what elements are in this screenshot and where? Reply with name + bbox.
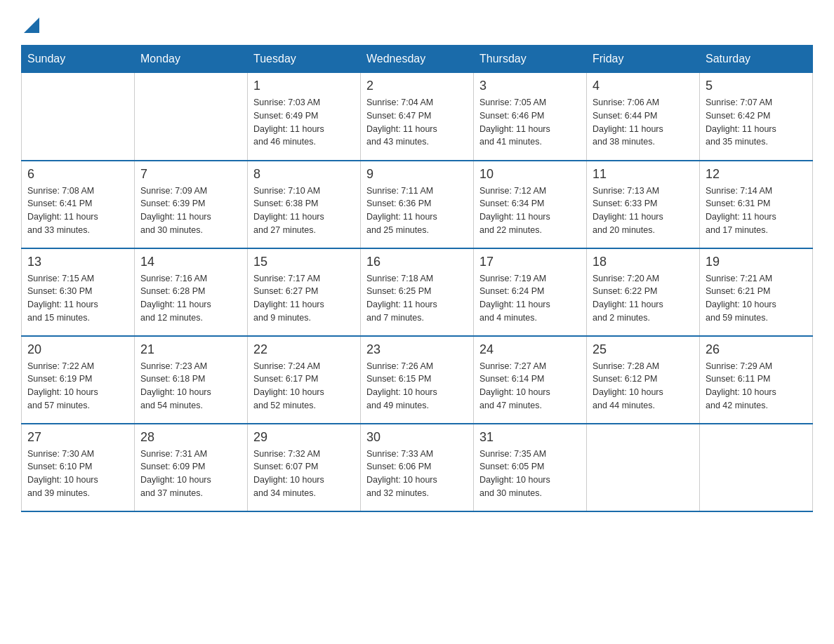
day-info: Sunrise: 7:35 AM Sunset: 6:05 PM Dayligh…	[479, 448, 581, 500]
calendar-cell: 26Sunrise: 7:29 AM Sunset: 6:11 PM Dayli…	[700, 336, 813, 424]
day-number: 26	[706, 342, 807, 357]
day-info: Sunrise: 7:08 AM Sunset: 6:41 PM Dayligh…	[27, 185, 128, 237]
day-number: 18	[593, 255, 694, 269]
day-info: Sunrise: 7:29 AM Sunset: 6:11 PM Dayligh…	[706, 360, 807, 412]
calendar-body: 1Sunrise: 7:03 AM Sunset: 6:49 PM Daylig…	[22, 73, 813, 511]
calendar-cell	[22, 73, 135, 161]
day-info: Sunrise: 7:11 AM Sunset: 6:36 PM Dayligh…	[366, 185, 468, 237]
calendar-cell: 3Sunrise: 7:05 AM Sunset: 6:46 PM Daylig…	[474, 73, 587, 161]
day-info: Sunrise: 7:09 AM Sunset: 6:39 PM Dayligh…	[140, 185, 241, 237]
calendar-cell: 20Sunrise: 7:22 AM Sunset: 6:19 PM Dayli…	[22, 336, 135, 424]
day-info: Sunrise: 7:27 AM Sunset: 6:14 PM Dayligh…	[479, 360, 581, 412]
day-number: 22	[253, 342, 355, 357]
day-number: 12	[706, 167, 807, 182]
day-number: 16	[366, 255, 468, 269]
calendar-cell: 2Sunrise: 7:04 AM Sunset: 6:47 PM Daylig…	[361, 73, 474, 161]
day-number: 1	[253, 79, 355, 93]
calendar-cell: 10Sunrise: 7:12 AM Sunset: 6:34 PM Dayli…	[474, 161, 587, 248]
day-number: 2	[366, 79, 468, 93]
calendar-cell: 12Sunrise: 7:14 AM Sunset: 6:31 PM Dayli…	[700, 161, 813, 248]
day-number: 24	[479, 342, 581, 357]
day-number: 4	[593, 79, 694, 93]
calendar-cell: 1Sunrise: 7:03 AM Sunset: 6:49 PM Daylig…	[248, 73, 361, 161]
calendar-cell: 22Sunrise: 7:24 AM Sunset: 6:17 PM Dayli…	[248, 336, 361, 424]
calendar-cell: 27Sunrise: 7:30 AM Sunset: 6:10 PM Dayli…	[22, 424, 135, 511]
day-info: Sunrise: 7:17 AM Sunset: 6:27 PM Dayligh…	[253, 272, 355, 325]
weekday-header-tuesday: Tuesday	[248, 46, 361, 73]
calendar-cell: 6Sunrise: 7:08 AM Sunset: 6:41 PM Daylig…	[22, 161, 135, 248]
day-number: 31	[479, 430, 581, 445]
calendar-week-row: 6Sunrise: 7:08 AM Sunset: 6:41 PM Daylig…	[22, 161, 813, 248]
calendar-cell: 13Sunrise: 7:15 AM Sunset: 6:30 PM Dayli…	[22, 248, 135, 336]
day-info: Sunrise: 7:16 AM Sunset: 6:28 PM Dayligh…	[140, 272, 241, 325]
day-info: Sunrise: 7:30 AM Sunset: 6:10 PM Dayligh…	[27, 448, 128, 500]
day-number: 10	[479, 167, 581, 182]
calendar-cell: 23Sunrise: 7:26 AM Sunset: 6:15 PM Dayli…	[361, 336, 474, 424]
calendar-cell: 29Sunrise: 7:32 AM Sunset: 6:07 PM Dayli…	[248, 424, 361, 511]
calendar-table: SundayMondayTuesdayWednesdayThursdayFrid…	[21, 45, 813, 512]
calendar-cell: 30Sunrise: 7:33 AM Sunset: 6:06 PM Dayli…	[361, 424, 474, 511]
calendar-cell: 17Sunrise: 7:19 AM Sunset: 6:24 PM Dayli…	[474, 248, 587, 336]
day-number: 23	[366, 342, 468, 357]
page-header	[21, 14, 813, 38]
day-number: 29	[253, 430, 355, 445]
calendar-cell: 25Sunrise: 7:28 AM Sunset: 6:12 PM Dayli…	[587, 336, 700, 424]
day-info: Sunrise: 7:31 AM Sunset: 6:09 PM Dayligh…	[140, 448, 241, 500]
day-number: 14	[140, 255, 241, 269]
day-info: Sunrise: 7:23 AM Sunset: 6:18 PM Dayligh…	[140, 360, 241, 412]
day-info: Sunrise: 7:04 AM Sunset: 6:47 PM Dayligh…	[366, 96, 468, 149]
day-number: 30	[366, 430, 468, 445]
day-number: 11	[593, 167, 694, 182]
calendar-week-row: 20Sunrise: 7:22 AM Sunset: 6:19 PM Dayli…	[22, 336, 813, 424]
day-number: 17	[479, 255, 581, 269]
day-info: Sunrise: 7:06 AM Sunset: 6:44 PM Dayligh…	[593, 96, 694, 149]
weekday-header-monday: Monday	[135, 46, 248, 73]
day-info: Sunrise: 7:15 AM Sunset: 6:30 PM Dayligh…	[27, 272, 128, 325]
calendar-cell	[700, 424, 813, 511]
calendar-week-row: 27Sunrise: 7:30 AM Sunset: 6:10 PM Dayli…	[22, 424, 813, 511]
calendar-cell: 16Sunrise: 7:18 AM Sunset: 6:25 PM Dayli…	[361, 248, 474, 336]
calendar-cell: 18Sunrise: 7:20 AM Sunset: 6:22 PM Dayli…	[587, 248, 700, 336]
day-info: Sunrise: 7:10 AM Sunset: 6:38 PM Dayligh…	[253, 185, 355, 237]
day-info: Sunrise: 7:33 AM Sunset: 6:06 PM Dayligh…	[366, 448, 468, 500]
day-info: Sunrise: 7:18 AM Sunset: 6:25 PM Dayligh…	[366, 272, 468, 325]
day-info: Sunrise: 7:13 AM Sunset: 6:33 PM Dayligh…	[593, 185, 694, 237]
day-number: 25	[593, 342, 694, 357]
calendar-header: SundayMondayTuesdayWednesdayThursdayFrid…	[22, 46, 813, 73]
day-info: Sunrise: 7:19 AM Sunset: 6:24 PM Dayligh…	[479, 272, 581, 325]
calendar-week-row: 13Sunrise: 7:15 AM Sunset: 6:30 PM Dayli…	[22, 248, 813, 336]
calendar-cell	[587, 424, 700, 511]
calendar-cell: 9Sunrise: 7:11 AM Sunset: 6:36 PM Daylig…	[361, 161, 474, 248]
logo	[21, 14, 44, 38]
calendar-cell	[135, 73, 248, 161]
day-number: 27	[27, 430, 128, 445]
calendar-cell: 28Sunrise: 7:31 AM Sunset: 6:09 PM Dayli…	[135, 424, 248, 511]
day-number: 19	[706, 255, 807, 269]
weekday-header-wednesday: Wednesday	[361, 46, 474, 73]
weekday-header-row: SundayMondayTuesdayWednesdayThursdayFrid…	[22, 46, 813, 73]
day-info: Sunrise: 7:21 AM Sunset: 6:21 PM Dayligh…	[706, 272, 807, 325]
day-number: 28	[140, 430, 241, 445]
day-info: Sunrise: 7:12 AM Sunset: 6:34 PM Dayligh…	[479, 185, 581, 237]
day-info: Sunrise: 7:22 AM Sunset: 6:19 PM Dayligh…	[27, 360, 128, 412]
logo-triangle-icon	[24, 14, 39, 38]
day-number: 15	[253, 255, 355, 269]
weekday-header-thursday: Thursday	[474, 46, 587, 73]
day-number: 7	[140, 167, 241, 182]
day-number: 5	[706, 79, 807, 93]
calendar-cell: 15Sunrise: 7:17 AM Sunset: 6:27 PM Dayli…	[248, 248, 361, 336]
day-number: 6	[27, 167, 128, 182]
logo-top	[21, 14, 44, 38]
calendar-cell: 5Sunrise: 7:07 AM Sunset: 6:42 PM Daylig…	[700, 73, 813, 161]
day-info: Sunrise: 7:26 AM Sunset: 6:15 PM Dayligh…	[366, 360, 468, 412]
weekday-header-friday: Friday	[587, 46, 700, 73]
day-info: Sunrise: 7:07 AM Sunset: 6:42 PM Dayligh…	[706, 96, 807, 149]
calendar-cell: 7Sunrise: 7:09 AM Sunset: 6:39 PM Daylig…	[135, 161, 248, 248]
day-number: 8	[253, 167, 355, 182]
calendar-cell: 31Sunrise: 7:35 AM Sunset: 6:05 PM Dayli…	[474, 424, 587, 511]
day-info: Sunrise: 7:03 AM Sunset: 6:49 PM Dayligh…	[253, 96, 355, 149]
calendar-week-row: 1Sunrise: 7:03 AM Sunset: 6:49 PM Daylig…	[22, 73, 813, 161]
calendar-cell: 24Sunrise: 7:27 AM Sunset: 6:14 PM Dayli…	[474, 336, 587, 424]
weekday-header-saturday: Saturday	[700, 46, 813, 73]
day-number: 3	[479, 79, 581, 93]
